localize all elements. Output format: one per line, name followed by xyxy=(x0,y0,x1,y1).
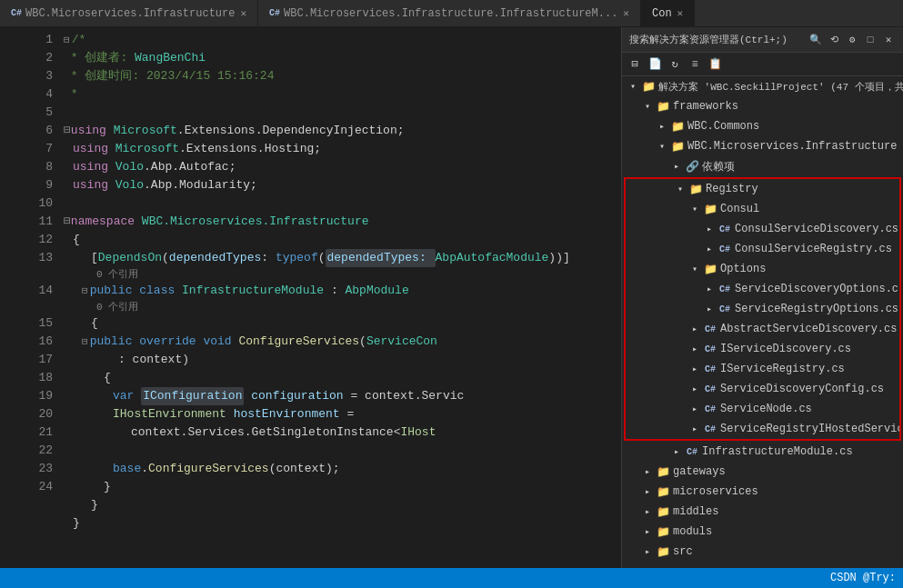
sdc-arrow xyxy=(687,382,702,396)
sync-icon[interactable]: ⟲ xyxy=(827,33,841,47)
refresh-btn[interactable]: ↻ xyxy=(666,55,684,74)
properties-btn[interactable]: 📋 xyxy=(706,55,724,74)
code-line-1: ⊟/* xyxy=(64,31,621,49)
left-margin xyxy=(0,27,7,568)
microservices-arrow xyxy=(640,484,655,499)
consul-sd-arrow xyxy=(702,222,717,236)
se-tree[interactable]: 📁 解决方案 'WBC.SeckillProject' (47 个项目，共 4 … xyxy=(622,76,903,568)
isr-label: IServiceRegistry.cs xyxy=(720,363,845,375)
close-icon[interactable]: ✕ xyxy=(881,33,896,47)
tab-1[interactable]: C# WBC.Microservices.Infrastructure ✕ xyxy=(0,0,258,26)
folder-options[interactable]: 📁 Options xyxy=(626,259,899,279)
folder-moduls[interactable]: 📁 moduls xyxy=(622,522,903,542)
file-isd[interactable]: C# IServiceDiscovery.cs xyxy=(626,339,899,359)
tab-3[interactable]: Con ✕ xyxy=(641,0,695,26)
sn-label: ServiceNode.cs xyxy=(720,403,812,415)
folder-deps[interactable]: 🔗 依赖项 xyxy=(622,156,903,176)
tab-2[interactable]: C# WBC.Microservices.Infrastructure.Infr… xyxy=(258,0,641,26)
file-sn[interactable]: C# ServiceNode.cs xyxy=(626,399,899,419)
code-line-6: ⊟using Microsoft.Extensions.DependencyIn… xyxy=(64,122,621,140)
code-line-23: base.ConfigureServices(context); xyxy=(64,460,621,478)
tab-bar: C# WBC.Microservices.Infrastructure ✕ C#… xyxy=(0,0,903,27)
code-line-12: { xyxy=(64,231,621,249)
solution-root[interactable]: 📁 解决方案 'WBC.SeckillProject' (47 个项目，共 4 xyxy=(622,76,903,96)
status-text: CSDN @Try: xyxy=(830,572,896,584)
line-num-13: 13 xyxy=(24,249,53,267)
code-line-13: [DependsOn(dependedTypes: typeof(depende… xyxy=(64,249,621,267)
folder-wbc-commons[interactable]: 📁 WBC.Commons xyxy=(622,116,903,136)
registry-label: Registry xyxy=(706,183,758,195)
file-consul-sr[interactable]: C# ConsulServiceRegistry.cs xyxy=(626,239,899,259)
middles-arrow xyxy=(640,504,655,519)
line-num-7: 7 xyxy=(24,140,53,158)
deps-icon: 🔗 xyxy=(684,158,700,174)
file-srihs[interactable]: C# ServiceRegistryIHostedService.cs xyxy=(626,419,899,439)
folder-consul[interactable]: 📁 Consul xyxy=(626,199,899,219)
folder-middles[interactable]: 📁 middles xyxy=(622,502,903,522)
wbc-infra-label: WBC.Microservices.Infrastructure xyxy=(687,140,897,153)
folder-microservices[interactable]: 📁 microservices xyxy=(622,482,903,502)
line-num-8: 8 xyxy=(24,158,53,176)
registry-arrow xyxy=(673,182,687,196)
tab-1-label: WBC.Microservices.Infrastructure xyxy=(25,7,235,20)
maximize-icon[interactable]: □ xyxy=(863,33,878,47)
search-icon[interactable]: 🔍 xyxy=(808,33,823,47)
folder-src[interactable]: 📁 src xyxy=(622,542,903,562)
folder-gateways[interactable]: 📁 gateways xyxy=(622,462,903,482)
microservices-label: microservices xyxy=(673,485,758,498)
line-num-16: 16 xyxy=(24,333,53,351)
isd-arrow xyxy=(687,342,702,356)
code-content[interactable]: ⊟/* * 创建者: WangBenChi * 创建时间: 2023/4/15 … xyxy=(60,27,621,568)
code-editor[interactable]: 1 2 3 4 5 6 7 8 9 10 11 12 13 14 15 16 1… xyxy=(0,27,621,568)
sro-label: ServiceRegistryOptions.cs xyxy=(735,303,898,315)
file-sdc[interactable]: C# ServiceDiscoveryConfig.cs xyxy=(626,379,899,399)
folder-frameworks[interactable]: 📁 frameworks xyxy=(622,96,903,116)
collapse-all-btn[interactable]: ⊟ xyxy=(626,55,644,74)
consul-sd-icon: C# xyxy=(717,221,733,237)
code-line-26: } xyxy=(64,514,621,533)
folder-wbc-infra[interactable]: 📁 WBC.Microservices.Infrastructure xyxy=(622,136,903,156)
file-consul-sd[interactable]: C# ConsulServiceDiscovery.cs xyxy=(626,219,899,239)
settings-icon[interactable]: ⚙ xyxy=(845,33,859,47)
line-num-14: 14 xyxy=(24,282,53,300)
src-arrow xyxy=(640,544,655,559)
deps-arrow xyxy=(669,159,684,174)
status-bar: CSDN @Try: xyxy=(0,568,903,588)
file-sdo[interactable]: C# ServiceDiscoveryOptions.cs xyxy=(626,279,899,299)
file-im[interactable]: C# InfrastructureModule.cs xyxy=(622,442,903,462)
file-isr[interactable]: C# IServiceRegistry.cs xyxy=(626,359,899,379)
show-files-btn[interactable]: 📄 xyxy=(646,55,664,74)
moduls-icon: 📁 xyxy=(655,523,671,540)
srihs-label: ServiceRegistryIHostedService.cs xyxy=(720,423,899,435)
tab-1-close[interactable]: ✕ xyxy=(240,7,246,19)
folder-registry[interactable]: 📁 Registry xyxy=(626,179,899,199)
registry-icon: 📁 xyxy=(687,181,704,197)
middles-label: middles xyxy=(673,505,718,518)
line-num-3: 3 xyxy=(24,67,53,85)
sdo-arrow xyxy=(702,282,717,296)
isr-icon: C# xyxy=(702,361,718,377)
sn-arrow xyxy=(687,402,702,416)
im-icon: C# xyxy=(684,443,700,460)
isd-label: IServiceDiscovery.cs xyxy=(720,343,851,355)
src-label: src xyxy=(673,545,693,558)
registry-highlight-box: 📁 Registry 📁 Consul C# ConsulServiceDisc… xyxy=(624,177,901,441)
wbc-infra-icon: 📁 xyxy=(669,138,686,154)
code-line-10 xyxy=(64,194,621,213)
solution-label: 解决方案 'WBC.SeckillProject' (47 个项目，共 4 xyxy=(658,80,903,94)
gateways-arrow xyxy=(640,464,655,479)
filter-btn[interactable]: ≡ xyxy=(686,55,704,74)
file-asd[interactable]: C# AbstractServiceDiscovery.cs xyxy=(626,319,899,339)
line-num-5: 5 xyxy=(24,104,53,122)
tab-2-close[interactable]: ✕ xyxy=(623,7,629,19)
consul-sr-arrow xyxy=(702,242,717,256)
line-num-20: 20 xyxy=(24,405,53,424)
sro-arrow xyxy=(702,302,717,316)
tab-3-close[interactable]: ✕ xyxy=(677,7,684,19)
frameworks-folder-icon: 📁 xyxy=(655,98,671,115)
line-num-12: 12 xyxy=(24,231,53,249)
code-line-15: { xyxy=(64,314,621,333)
file-sro[interactable]: C# ServiceRegistryOptions.cs xyxy=(626,299,899,319)
code-line-19: var IConfiguration configuration = conte… xyxy=(64,387,621,405)
consul-sr-label: ConsulServiceRegistry.cs xyxy=(735,243,892,255)
